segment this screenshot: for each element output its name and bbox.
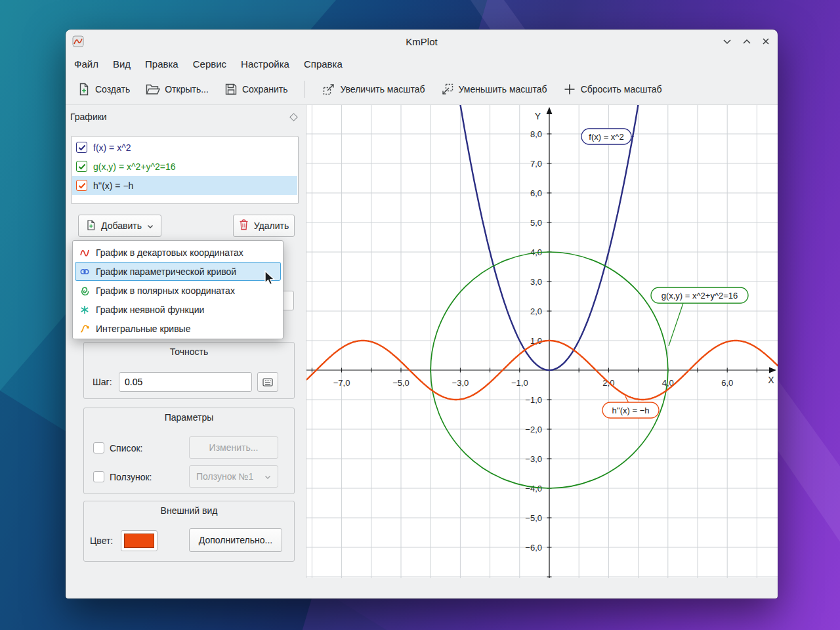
- slider-select[interactable]: Ползунок №1: [189, 465, 278, 488]
- formula-editor-icon: [262, 378, 273, 387]
- titlebar[interactable]: KmPlot: [66, 30, 778, 53]
- open-button[interactable]: Открыть...: [146, 83, 209, 95]
- add-menu-item-4[interactable]: График неявной функции: [75, 300, 281, 319]
- slider-label: Ползунок:: [110, 472, 152, 482]
- step-advanced-editor-button[interactable]: [257, 372, 278, 392]
- chevron-down-icon: [147, 220, 154, 231]
- new-button-label: Создать: [95, 84, 130, 94]
- menu-item-label: График в декартовых координатах: [96, 247, 243, 258]
- advanced-button-label: Дополнительно...: [199, 535, 272, 545]
- menu-tools[interactable]: Сервис: [186, 55, 234, 73]
- toolbar: Создать Открыть... Сохранить Увеличить м…: [66, 74, 778, 105]
- add-menu-item-3[interactable]: График в полярных координатах: [75, 281, 281, 300]
- menu-item-label: График параметрической кривой: [96, 266, 236, 277]
- desktop-wallpaper: KmPlot Файл Вид Правка Сервис Настройка …: [0, 0, 840, 630]
- document-new-icon: [77, 83, 91, 96]
- save-button-label: Сохранить: [242, 84, 288, 94]
- svg-text:−3,0: −3,0: [525, 454, 542, 464]
- svg-text:6,0: 6,0: [721, 378, 733, 388]
- minimize-button[interactable]: [723, 39, 732, 45]
- menu-edit[interactable]: Правка: [138, 55, 186, 73]
- zoom-out-icon: [441, 83, 454, 96]
- checkbox-checked-icon[interactable]: [76, 180, 87, 191]
- function-row-3[interactable]: h''(x) = −h: [72, 176, 297, 195]
- svg-text:−6,0: −6,0: [525, 543, 542, 553]
- add-plot-icon: [86, 220, 96, 232]
- svg-text:7,0: 7,0: [530, 159, 542, 169]
- svg-text:5,0: 5,0: [530, 218, 542, 228]
- add-menu-item-1[interactable]: График в декартовых координатах: [75, 243, 281, 262]
- menu-view[interactable]: Вид: [106, 55, 138, 73]
- add-function-button[interactable]: Добавить: [78, 215, 161, 237]
- menu-item-label: График в полярных координатах: [96, 285, 235, 296]
- parametric-plot-icon: [79, 266, 90, 277]
- appearance-group-title: Внешний вид: [84, 505, 294, 516]
- add-menu-item-5[interactable]: Интегральные кривые: [75, 319, 281, 338]
- plot-area[interactable]: −7,0−5,0−3,0−1,02,04,06,08,07,06,05,04,0…: [306, 105, 778, 578]
- color-swatch-button[interactable]: [121, 530, 158, 551]
- slider-select-value: Ползунок №1: [196, 471, 253, 482]
- svg-text:−7,0: −7,0: [333, 378, 350, 388]
- svg-text:−1,0: −1,0: [525, 395, 542, 405]
- step-input[interactable]: [119, 372, 252, 392]
- appearance-group: Внешний вид Цвет: Дополнительно...: [83, 501, 295, 562]
- menu-item-label: Интегральные кривые: [96, 324, 190, 334]
- menu-item-label: График неявной функции: [96, 304, 204, 315]
- function-label: f(x) = x^2: [93, 142, 131, 153]
- parameters-group: Параметры Список: Изменить... Ползунок: …: [83, 408, 295, 494]
- trash-icon: [239, 219, 249, 232]
- close-button[interactable]: [762, 37, 770, 45]
- menu-help[interactable]: Справка: [297, 55, 350, 73]
- mouse-cursor: [264, 270, 279, 286]
- detach-panel-icon[interactable]: [289, 113, 298, 121]
- zoom-reset-icon: [563, 83, 576, 96]
- svg-text:h''(x) = −h: h''(x) = −h: [612, 406, 650, 415]
- list-checkbox[interactable]: [93, 442, 104, 453]
- plots-panel: Графики f(x) = x^2 g(x,y) = x^2+y^2=16 h…: [66, 105, 306, 598]
- slider-checkbox[interactable]: [93, 471, 104, 482]
- precision-group: Точность Шаг:: [83, 342, 295, 399]
- advanced-appearance-button[interactable]: Дополнительно...: [189, 528, 282, 552]
- zoom-in-button-label: Увеличить масштаб: [340, 84, 425, 94]
- menubar: Файл Вид Правка Сервис Настройка Справка: [66, 53, 350, 74]
- cartesian-plot-icon: [79, 247, 90, 258]
- maximize-button[interactable]: [742, 39, 751, 45]
- svg-text:Y: Y: [535, 111, 541, 121]
- function-row-1[interactable]: f(x) = x^2: [72, 138, 297, 157]
- svg-text:f(x) = x^2: f(x) = x^2: [589, 132, 623, 142]
- zoom-reset-button[interactable]: Сбросить масштаб: [563, 83, 662, 96]
- panel-header: Графики: [70, 112, 297, 122]
- new-button[interactable]: Создать: [77, 83, 130, 96]
- parameters-group-title: Параметры: [84, 412, 294, 423]
- svg-text:3,0: 3,0: [530, 277, 542, 287]
- polar-plot-icon: [79, 285, 90, 296]
- edit-list-button-label: Изменить...: [209, 442, 259, 453]
- function-label: g(x,y) = x^2+y^2=16: [93, 161, 176, 172]
- add-menu-item-2[interactable]: График параметрической кривой: [75, 262, 281, 281]
- document-save-icon: [224, 83, 238, 96]
- svg-text:−5,0: −5,0: [392, 378, 410, 388]
- precision-group-title: Точность: [84, 346, 294, 357]
- svg-text:X: X: [768, 375, 774, 385]
- menu-settings[interactable]: Настройка: [234, 55, 297, 73]
- menu-file[interactable]: Файл: [67, 55, 106, 73]
- plot-canvas[interactable]: −7,0−5,0−3,0−1,02,04,06,08,07,06,05,04,0…: [306, 105, 778, 578]
- zoom-out-button[interactable]: Уменьшить масштаб: [441, 83, 547, 96]
- kmplot-window: KmPlot Файл Вид Правка Сервис Настройка …: [66, 30, 778, 598]
- function-row-2[interactable]: g(x,y) = x^2+y^2=16: [72, 157, 297, 176]
- delete-function-button[interactable]: Удалить: [233, 215, 295, 237]
- edit-list-button[interactable]: Изменить...: [189, 436, 278, 459]
- panel-title: Графики: [70, 112, 107, 122]
- zoom-in-icon: [322, 83, 335, 96]
- checkbox-checked-icon[interactable]: [76, 142, 87, 153]
- checkbox-checked-icon[interactable]: [76, 161, 87, 172]
- toolbar-separator: [304, 81, 305, 98]
- svg-text:6,0: 6,0: [530, 188, 542, 198]
- open-button-label: Открыть...: [165, 84, 209, 94]
- svg-text:8,0: 8,0: [530, 129, 542, 139]
- zoom-in-button[interactable]: Увеличить масштаб: [322, 83, 425, 96]
- list-label: Список:: [110, 443, 142, 453]
- svg-text:−3,0: −3,0: [452, 378, 469, 388]
- svg-text:g(x,y) = x^2+y^2=16: g(x,y) = x^2+y^2=16: [662, 291, 738, 301]
- save-button[interactable]: Сохранить: [224, 83, 288, 96]
